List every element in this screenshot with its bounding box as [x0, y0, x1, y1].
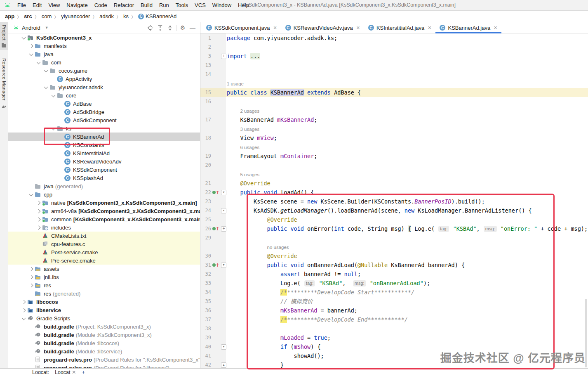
menu-refactor[interactable]: Refactor: [111, 2, 137, 8]
tree-item-core[interactable]: core: [8, 91, 200, 99]
tree-item-post-service-cmake[interactable]: Post-service.cmake: [8, 248, 200, 256]
collapse-all-button[interactable]: [165, 24, 175, 32]
breadcrumb-adsdk[interactable]: adsdk: [99, 13, 115, 19]
breadcrumb-com[interactable]: com: [41, 13, 53, 19]
usage-inlay[interactable]: 2 usages: [240, 109, 260, 114]
tab-ksrewardvideoadv-java[interactable]: CKSRewardVideoAdv.java✕: [281, 22, 364, 33]
tree-item-assets[interactable]: assets: [8, 265, 200, 273]
close-icon[interactable]: ✕: [494, 25, 497, 31]
tree-item-libservice[interactable]: libservice: [8, 306, 200, 314]
menu-tools[interactable]: Tools: [172, 2, 191, 8]
chevron-down-icon[interactable]: [28, 191, 35, 198]
tree-item-kssplashad[interactable]: CKSSplashAd: [8, 174, 200, 182]
resource-manager-tool-button[interactable]: Resource Manager: [0, 56, 8, 111]
chevron-down-icon[interactable]: [20, 315, 27, 322]
breadcrumb-yiyuancoder[interactable]: yiyuancoder: [60, 13, 91, 19]
tree-item-java[interactable]: java: [8, 50, 200, 58]
menu-edit[interactable]: Edit: [29, 2, 45, 8]
menu-code[interactable]: Code: [91, 2, 111, 8]
tree-item-ksbannerad[interactable]: CKSBannerAd: [8, 133, 200, 141]
tree-item-res-generated[interactable]: res (generated): [8, 289, 200, 298]
menu-build[interactable]: Build: [137, 2, 156, 8]
settings-gear-icon[interactable]: ⚙: [178, 24, 188, 32]
expand-all-button[interactable]: [155, 24, 165, 32]
close-icon[interactable]: ✕: [273, 25, 277, 31]
tree-item-jnilibs[interactable]: jniLibs: [8, 273, 200, 281]
chevron-right-icon[interactable]: [20, 307, 27, 313]
chevron-down-icon[interactable]: [50, 125, 57, 132]
tab-ksbannerad-java[interactable]: CKSBannerAd.java✕: [435, 22, 501, 33]
chevron-right-icon[interactable]: [28, 274, 35, 280]
chevron-right-icon[interactable]: [28, 43, 35, 49]
chevron-down-icon[interactable]: [35, 59, 42, 66]
menu-file[interactable]: File: [14, 2, 29, 8]
chevron-down-icon[interactable]: [20, 34, 27, 41]
tree-item-java-generated[interactable]: java (generated): [8, 182, 200, 190]
tree-item-appactivity[interactable]: CAppActivity: [8, 75, 200, 83]
chevron-right-icon[interactable]: [28, 265, 35, 272]
tree-item-yiyuancoder-adsdk[interactable]: yiyuancoder.adsdk: [8, 83, 200, 91]
hide-panel-button[interactable]: —: [188, 24, 198, 32]
chevron-down-icon[interactable]: [42, 67, 49, 74]
tree-item-cocos-game[interactable]: cocos.game: [8, 66, 200, 75]
usage-inlay[interactable]: 6 usages: [240, 145, 260, 150]
tree-item-ksrewardvideoadv[interactable]: CKSRewardVideoAdv: [8, 157, 200, 166]
chevron-down-icon[interactable]: [50, 92, 57, 99]
tree-item-native[interactable]: native [KsSdkComponent3_x.KsSdkComponent…: [8, 199, 200, 207]
override-marker-icon[interactable]: ↑: [211, 260, 220, 270]
tree-item-common[interactable]: common [KsSdkComponent3_x.KsSdkComponent…: [8, 215, 200, 223]
chevron-right-icon[interactable]: [35, 216, 42, 223]
close-icon[interactable]: ✕: [356, 25, 360, 31]
chevron-down-icon[interactable]: [28, 51, 35, 57]
menu-window[interactable]: Window: [209, 2, 235, 8]
tree-item-adsdkcomponent[interactable]: CAdSdkComponent: [8, 116, 200, 124]
close-icon[interactable]: ✕: [72, 369, 76, 374]
chevron-right-icon[interactable]: [35, 224, 42, 231]
tab-ksinterstitialad-java[interactable]: CKSInterstitialAd.java✕: [364, 22, 436, 33]
locate-file-button[interactable]: [145, 24, 155, 32]
menu-run[interactable]: Run: [156, 2, 172, 8]
tree-item-cpp[interactable]: cpp: [8, 190, 200, 199]
tree-item-build-gradle-module-libcocos[interactable]: build.gradle (Module :libcocos): [8, 339, 200, 347]
usage-inlay[interactable]: 3 usages: [240, 127, 260, 132]
tree-item-ksinterstitialad[interactable]: CKSInterstitialAd: [8, 149, 200, 157]
tree-item-com[interactable]: com: [8, 58, 200, 66]
tab-kssdkcomponent-java[interactable]: CKSSdkComponent.java✕: [202, 22, 281, 33]
tree-item-cmakelists-txt[interactable]: CMakeLists.txt: [8, 232, 200, 240]
chevron-down-icon[interactable]: [42, 84, 49, 90]
breadcrumb-ks[interactable]: ks: [122, 13, 129, 19]
tree-item-libcocos[interactable]: libcocos: [8, 298, 200, 306]
tree-item-adbase[interactable]: CAdBase: [8, 99, 200, 108]
code-editor[interactable]: 1package com.yiyuancoder.adsdk.ks;23+imp…: [200, 33, 588, 369]
close-icon[interactable]: ✕: [428, 25, 431, 31]
add-tab-button[interactable]: +: [82, 369, 85, 374]
tree-item-manifests[interactable]: manifests: [8, 42, 200, 50]
menu-view[interactable]: View: [45, 2, 63, 8]
chevron-right-icon[interactable]: [20, 298, 27, 305]
tree-item-includes[interactable]: includes: [8, 223, 200, 232]
tree-item-arm64-v8a[interactable]: arm64-v8a [KsSdkComponent3_x.KsSdkCompon…: [8, 207, 200, 215]
tree-item-pre-service-cmake[interactable]: Pre-service.cmake: [8, 256, 200, 265]
tree-item-ks[interactable]: ks: [8, 124, 200, 133]
chevron-right-icon[interactable]: [35, 199, 42, 206]
chevron-right-icon[interactable]: [35, 208, 42, 214]
tree-item-build-gradle-project-kssdkcomponent3-x[interactable]: build.gradle (Project: KsSdkComponent3_x…: [8, 322, 200, 331]
tree-item-res[interactable]: res: [8, 281, 200, 289]
usage-inlay[interactable]: 5 usages: [240, 172, 260, 177]
menu-vcs[interactable]: VCS: [191, 2, 209, 8]
tree-item-cpu-features-c[interactable]: ccpu-features.c: [8, 240, 200, 248]
tree-item-adsdkbridge[interactable]: CAdSdkBridge: [8, 108, 200, 116]
tree-item-build-gradle-module-libservice[interactable]: build.gradle (Module :libservice): [8, 347, 200, 355]
breadcrumb-src[interactable]: src: [23, 13, 33, 19]
tree-item-kssdkcomponent[interactable]: CKSSdkComponent: [8, 166, 200, 174]
tree-item-kssdkcomponent3-x[interactable]: KsSdkComponent3_x: [8, 33, 200, 42]
tree-item-proguard-rules-pro-proguard-rules-for-kssdkcomponent3-x[interactable]: proguard-rules.pro (ProGuard Rules for "…: [8, 355, 200, 364]
menu-navigate[interactable]: Navigate: [63, 2, 91, 8]
view-selector[interactable]: Android ▼: [13, 25, 49, 31]
tree-item-ksconstants[interactable]: CKSConstants: [8, 141, 200, 149]
tree-item-build-gradle-module-kssdkcomponent3-x[interactable]: build.gradle (Module :KsSdkComponent3_x): [8, 331, 200, 339]
breadcrumb-app[interactable]: app: [4, 13, 15, 19]
usage-inlay[interactable]: 1 usage: [227, 81, 244, 86]
chevron-right-icon[interactable]: [28, 282, 35, 289]
logcat-tab[interactable]: Logcat ✕: [55, 369, 76, 374]
